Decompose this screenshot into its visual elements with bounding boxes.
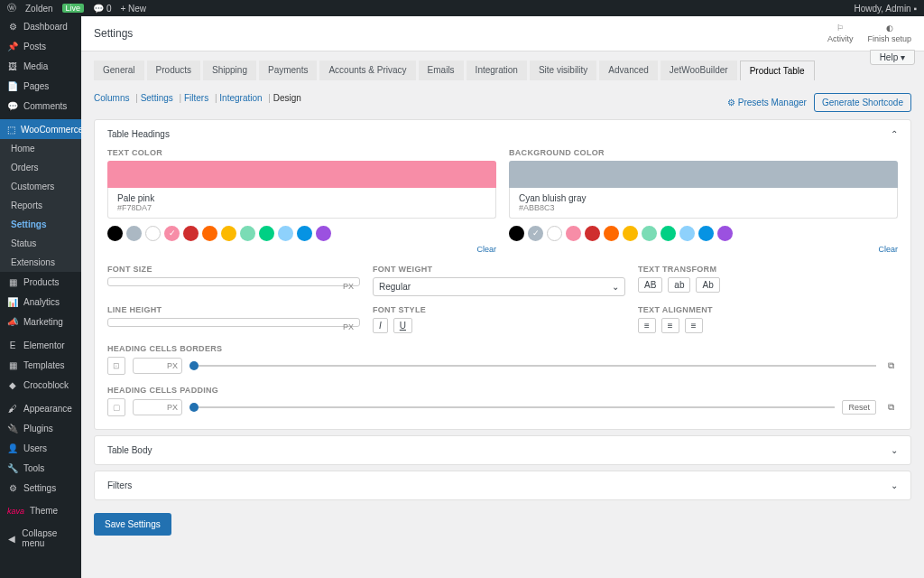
reset-button[interactable]: Reset [842,400,876,415]
color-swatch[interactable] [717,226,733,241]
transform-ab[interactable]: ab [668,277,690,293]
transform-ab[interactable]: Ab [696,277,719,293]
font-weight-select[interactable]: Regular⌄ [373,277,625,296]
sidebar-item-posts[interactable]: 📌Posts [0,36,81,56]
color-swatch[interactable] [221,226,236,241]
filters-header[interactable]: Filters⌄ [95,471,910,499]
color-swatch[interactable] [202,226,217,241]
sidebar-item-appearance[interactable]: 🖌Appearance [0,398,81,418]
presets-manager-link[interactable]: ⚙ Presets Manager [727,98,807,107]
color-swatch[interactable] [547,226,562,241]
sidebar-item-dashboard[interactable]: ⚙Dashboard [0,16,81,36]
tab-accounts-privacy[interactable]: Accounts & Privacy [319,61,415,80]
sidebar-item-marketing[interactable]: 📣Marketing [0,312,81,331]
finish-setup-tool[interactable]: ◐Finish setup [867,23,911,43]
tab-general[interactable]: General [94,61,144,80]
sidebar-item-products[interactable]: ▦Products [0,272,81,292]
sidebar-sub-reports[interactable]: Reports [0,196,81,215]
tab-emails[interactable]: Emails [419,61,464,80]
line-height-input[interactable]: PX [107,318,360,327]
help-button[interactable]: Help ▾ [870,50,915,65]
bg-color-clear[interactable]: Clear [509,245,898,254]
save-button[interactable]: Save Settings [94,513,171,536]
color-swatch[interactable] [698,226,714,241]
color-swatch[interactable] [278,226,293,241]
color-swatch[interactable] [126,226,142,241]
align-left-button[interactable]: ≡ [638,318,656,333]
sidebar-item-settings[interactable]: ⚙Settings [0,478,81,498]
tab-payments[interactable]: Payments [259,61,317,80]
subtab-columns[interactable]: Columns [94,93,129,103]
border-slider[interactable] [189,365,876,367]
color-swatch[interactable] [509,226,524,241]
color-swatch[interactable] [679,226,695,241]
tab-jetwoobuilder[interactable]: JetWooBuilder [661,61,737,80]
sidebar-item-woocommerce[interactable]: ⬚WooCommerce [0,119,81,139]
tab-products[interactable]: Products [147,61,200,80]
sidebar-item-templates[interactable]: ▦Templates [0,355,81,375]
sidebar-sub-orders[interactable]: Orders [0,158,81,177]
text-color-clear[interactable]: Clear [107,245,496,254]
align-center-button[interactable]: ≡ [661,318,679,333]
bg-color-preview[interactable] [509,161,898,188]
collapse-menu[interactable]: ◀Collapse menu [0,524,81,553]
padding-slider[interactable] [189,406,835,408]
sidebar-item-crocoblock[interactable]: ◆Crocoblock [0,375,81,395]
color-swatch[interactable] [566,226,581,241]
tab-site-visibility[interactable]: Site visibility [530,61,596,80]
color-swatch[interactable] [661,226,676,241]
tab-shipping[interactable]: Shipping [203,61,256,80]
sidebar-item-theme[interactable]: kava Theme [0,501,81,520]
color-swatch[interactable] [164,226,180,241]
color-swatch[interactable] [259,226,274,241]
tab-advanced[interactable]: Advanced [599,61,657,80]
link-icon[interactable]: ⧉ [883,359,898,373]
sidebar-sub-customers[interactable]: Customers [0,177,81,196]
link-icon[interactable]: ⧉ [883,400,898,415]
underline-button[interactable]: U [393,318,412,333]
color-swatch[interactable] [107,226,123,241]
table-body-header[interactable]: Table Body⌄ [95,436,910,464]
subtab-settings[interactable]: Settings [141,93,173,103]
border-style-button[interactable]: ⊡ [107,357,125,375]
text-color-preview[interactable] [107,161,496,188]
sidebar-item-users[interactable]: 👤Users [0,438,81,458]
padding-input[interactable]: PX [133,399,182,415]
color-swatch[interactable] [183,226,199,241]
sidebar-item-elementor[interactable]: EElementor [0,335,81,355]
generate-shortcode-button[interactable]: Generate Shortcode [814,93,911,112]
comments-count[interactable]: 💬 0 [93,4,111,14]
color-swatch[interactable] [240,226,255,241]
subtab-design[interactable]: Design [273,93,301,103]
table-headings-header[interactable]: Table Headings⌃ [95,120,910,148]
color-swatch[interactable] [145,226,161,241]
sidebar-item-pages[interactable]: 📄Pages [0,76,81,96]
color-swatch[interactable] [528,226,543,241]
sidebar-sub-settings[interactable]: Settings [0,215,81,234]
activity-tool[interactable]: ⚐Activity [827,23,854,43]
transform-ab[interactable]: AB [638,277,662,293]
sidebar-sub-status[interactable]: Status [0,234,81,253]
color-swatch[interactable] [585,226,600,241]
sidebar-item-comments[interactable]: 💬Comments [0,96,81,116]
padding-side-button[interactable]: ▢ [107,398,125,416]
italic-button[interactable]: I [373,318,388,333]
sidebar-item-tools[interactable]: 🔧Tools [0,458,81,478]
sidebar-item-analytics[interactable]: 📊Analytics [0,292,81,312]
subtab-filters[interactable]: Filters [184,93,208,103]
color-swatch[interactable] [297,226,312,241]
tab-product-table[interactable]: Product Table [740,61,815,80]
font-size-input[interactable]: PX [107,277,360,286]
wp-icon[interactable]: ⓦ [7,2,16,14]
color-swatch[interactable] [316,226,331,241]
new-link[interactable]: + New [120,4,146,14]
border-width-input[interactable]: PX [133,358,182,374]
sidebar-sub-extensions[interactable]: Extensions [0,253,81,272]
color-swatch[interactable] [642,226,657,241]
tab-integration[interactable]: Integration [467,61,527,80]
subtab-integration[interactable]: Integration [219,93,262,103]
color-swatch[interactable] [604,226,619,241]
sidebar-item-plugins[interactable]: 🔌Plugins [0,418,81,438]
align-right-button[interactable]: ≡ [685,318,703,333]
sidebar-item-media[interactable]: 🖼Media [0,56,81,76]
